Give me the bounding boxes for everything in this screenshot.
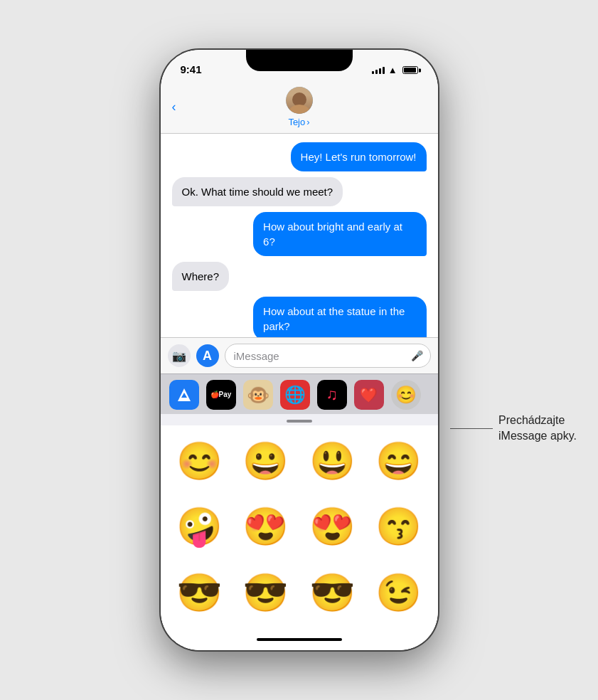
heart-button[interactable]: ❤️ (354, 380, 384, 410)
camera-button[interactable]: 📷 (168, 344, 191, 367)
message-text: How about at the statue in the park? (263, 305, 405, 332)
home-bar (257, 638, 342, 641)
callout-text: PrechádzajteiMessage apky. (498, 413, 577, 445)
app-icon: A (203, 349, 212, 364)
status-icons: ▲ (372, 65, 418, 77)
imessage-apps-bar: 🍎Pay 🐵 🌐 ♫ ❤️ 😊 (161, 373, 438, 414)
emoji-picker-button[interactable]: 😊 (391, 380, 421, 410)
camera-icon: 📷 (172, 349, 186, 363)
nav-bar: ‹ Tejo › (161, 81, 438, 134)
message-text: Hey! Let's run tomorrow! (301, 151, 417, 163)
message-bubble-incoming[interactable]: Ok. What time should we meet? (172, 177, 343, 206)
phone-screen: 9:41 ▲ ‹ (161, 50, 438, 650)
callout-annotation: PrechádzajteiMessage apky. (450, 413, 577, 445)
message-text: How about bright and early at 6? (263, 221, 402, 248)
signal-bars-icon (372, 67, 385, 74)
monkey-emoji-button[interactable]: 🐵 (243, 380, 273, 410)
message-bubble-outgoing[interactable]: How about bright and early at 6? (253, 212, 426, 256)
emoji-item[interactable]: 😉 (371, 566, 427, 620)
callout-line (450, 428, 493, 429)
microphone-icon[interactable]: 🎤 (411, 350, 423, 361)
emoji-item[interactable]: 🤪 (172, 500, 228, 555)
avatar (286, 87, 313, 114)
message-input-wrap: iMessage 🎤 (225, 344, 431, 368)
message-text: Ok. What time should we meet? (182, 186, 333, 198)
signal-bar-4 (383, 67, 385, 74)
emoji-item[interactable]: 😊 (172, 434, 228, 489)
globe-translate-button[interactable]: 🌐 (280, 380, 310, 410)
message-bubble-outgoing[interactable]: Hey! Let's run tomorrow! (291, 142, 427, 171)
drag-handle-area (161, 414, 438, 425)
message-row: How about bright and early at 6? (172, 212, 427, 256)
phone-frame: 9:41 ▲ ‹ (161, 50, 438, 650)
signal-bar-2 (375, 70, 378, 74)
emoji-item[interactable]: 😍 (238, 500, 294, 555)
emoji-item[interactable]: 😙 (371, 500, 427, 555)
input-bar: 📷 A iMessage 🎤 (161, 337, 438, 373)
scene: PrechádzajteiMessage apky. 9:41 ▲ (0, 0, 598, 700)
emoji-item[interactable]: 😍 (305, 500, 361, 555)
message-placeholder: iMessage (234, 350, 279, 362)
messages-area: Hey! Let's run tomorrow! Ok. What time s… (161, 134, 438, 337)
message-row: Where? (172, 262, 427, 291)
signal-bar-1 (372, 71, 374, 74)
message-input-field[interactable]: iMessage 🎤 (225, 344, 431, 368)
emoji-item[interactable]: 😎 (238, 566, 294, 620)
avatar-face (286, 87, 313, 114)
message-row: Ok. What time should we meet? (172, 177, 427, 206)
message-text: Where? (182, 270, 220, 282)
wifi-icon: ▲ (388, 65, 397, 75)
contact-name: Tejo › (288, 117, 309, 127)
emoji-item[interactable]: 😎 (172, 566, 228, 620)
contact-chevron-icon: › (306, 117, 309, 127)
message-bubble-incoming[interactable]: Where? (172, 262, 230, 291)
emoji-item[interactable]: 😎 (305, 566, 361, 620)
home-indicator (161, 629, 438, 650)
music-button[interactable]: ♫ (317, 380, 347, 410)
back-button[interactable]: ‹ (172, 100, 176, 115)
message-bubble-outgoing[interactable]: How about at the statue in the park? (253, 297, 426, 337)
emoji-grid: 😊 😀 😃 😄 🤪 😍 😍 😙 😎 😎 😎 😉 (161, 425, 438, 629)
apple-pay-button[interactable]: 🍎Pay (206, 380, 236, 410)
contact-info[interactable]: Tejo › (286, 87, 313, 127)
battery-icon (402, 66, 418, 74)
status-time: 9:41 (181, 63, 202, 77)
notch (246, 50, 353, 71)
drag-handle (287, 420, 312, 423)
emoji-item[interactable]: 😄 (371, 434, 427, 489)
emoji-item[interactable]: 😃 (305, 434, 361, 489)
app-store-apps-button[interactable] (169, 380, 199, 410)
battery-fill (404, 68, 416, 73)
app-store-button[interactable]: A (196, 344, 219, 367)
emoji-item[interactable]: 😀 (238, 434, 294, 489)
message-row: Hey! Let's run tomorrow! (172, 142, 427, 171)
back-chevron-icon: ‹ (172, 100, 176, 115)
message-row: How about at the statue in the park? (172, 297, 427, 337)
signal-bar-3 (379, 68, 381, 74)
